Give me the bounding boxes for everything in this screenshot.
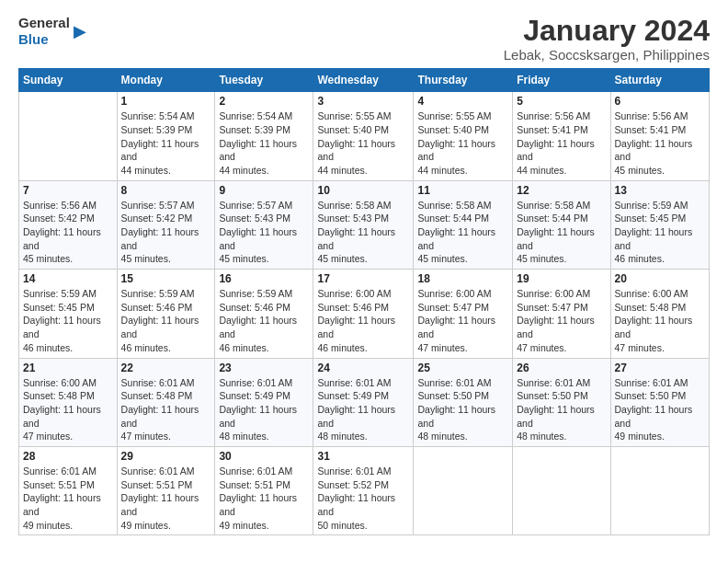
calendar-cell: 19Sunrise: 6:00 AMSunset: 5:47 PMDayligh… [513, 270, 610, 358]
day-info: Sunrise: 6:01 AMSunset: 5:51 PMDaylight:… [219, 465, 309, 532]
day-info: Sunrise: 6:01 AMSunset: 5:49 PMDaylight:… [317, 376, 409, 443]
day-number: 1 [121, 95, 211, 108]
day-info: Sunrise: 6:00 AMSunset: 5:46 PMDaylight:… [317, 287, 409, 354]
day-info: Sunrise: 5:57 AMSunset: 5:43 PMDaylight:… [219, 199, 309, 266]
calendar-cell: 4Sunrise: 5:55 AMSunset: 5:40 PMDaylight… [414, 92, 513, 180]
calendar-cell: 9Sunrise: 5:57 AMSunset: 5:43 PMDaylight… [215, 180, 313, 269]
calendar-cell: 2Sunrise: 5:54 AMSunset: 5:39 PMDaylight… [215, 92, 313, 180]
day-info: Sunrise: 6:01 AMSunset: 5:49 PMDaylight:… [219, 376, 309, 443]
calendar-week-4: 21Sunrise: 6:00 AMSunset: 5:48 PMDayligh… [19, 358, 710, 446]
day-info: Sunrise: 6:01 AMSunset: 5:50 PMDaylight:… [517, 376, 606, 443]
title-section: January 2024 Lebak, Soccsksargen, Philip… [504, 15, 710, 63]
day-info: Sunrise: 5:57 AMSunset: 5:42 PMDaylight:… [121, 199, 211, 266]
day-number: 21 [23, 362, 113, 374]
calendar-cell: 3Sunrise: 5:55 AMSunset: 5:40 PMDaylight… [313, 92, 414, 180]
day-number: 7 [23, 184, 113, 197]
day-info: Sunrise: 6:00 AMSunset: 5:47 PMDaylight:… [417, 287, 508, 354]
day-info: Sunrise: 5:59 AMSunset: 5:45 PMDaylight:… [615, 199, 705, 266]
day-number: 8 [121, 184, 211, 197]
calendar-cell: 30Sunrise: 6:01 AMSunset: 5:51 PMDayligh… [215, 446, 313, 534]
calendar-cell: 23Sunrise: 6:01 AMSunset: 5:49 PMDayligh… [215, 358, 313, 446]
day-number: 9 [219, 184, 309, 197]
calendar-header-row: SundayMondayTuesdayWednesdayThursdayFrid… [19, 69, 710, 92]
calendar-cell: 11Sunrise: 5:58 AMSunset: 5:44 PMDayligh… [414, 180, 513, 269]
logo-text: General Blue [18, 15, 70, 48]
calendar-cell [414, 446, 513, 534]
day-info: Sunrise: 6:01 AMSunset: 5:51 PMDaylight:… [23, 465, 113, 532]
logo-blue: Blue [18, 31, 49, 47]
day-number: 26 [517, 362, 606, 374]
calendar-week-3: 14Sunrise: 5:59 AMSunset: 5:45 PMDayligh… [19, 270, 710, 358]
calendar-cell: 13Sunrise: 5:59 AMSunset: 5:45 PMDayligh… [610, 180, 709, 269]
header-saturday: Saturday [610, 69, 709, 92]
day-info: Sunrise: 6:01 AMSunset: 5:50 PMDaylight:… [615, 376, 705, 443]
day-number: 3 [317, 95, 409, 108]
page-title: January 2024 [504, 15, 710, 47]
bird-icon: ▶ [74, 21, 86, 41]
calendar-cell: 14Sunrise: 5:59 AMSunset: 5:45 PMDayligh… [19, 270, 118, 358]
calendar-cell: 29Sunrise: 6:01 AMSunset: 5:51 PMDayligh… [117, 446, 215, 534]
calendar-cell: 17Sunrise: 6:00 AMSunset: 5:46 PMDayligh… [313, 270, 414, 358]
day-info: Sunrise: 5:55 AMSunset: 5:40 PMDaylight:… [417, 109, 508, 177]
calendar-cell: 26Sunrise: 6:01 AMSunset: 5:50 PMDayligh… [513, 358, 610, 446]
calendar-cell: 24Sunrise: 6:01 AMSunset: 5:49 PMDayligh… [313, 358, 414, 446]
day-info: Sunrise: 5:55 AMSunset: 5:40 PMDaylight:… [317, 109, 409, 177]
calendar-cell: 31Sunrise: 6:01 AMSunset: 5:52 PMDayligh… [313, 446, 414, 534]
day-number: 18 [417, 272, 508, 285]
calendar-cell: 5Sunrise: 5:56 AMSunset: 5:41 PMDaylight… [513, 92, 610, 180]
day-info: Sunrise: 5:56 AMSunset: 5:42 PMDaylight:… [23, 199, 113, 266]
day-info: Sunrise: 5:58 AMSunset: 5:44 PMDaylight:… [417, 199, 508, 266]
day-number: 5 [517, 95, 606, 108]
day-number: 17 [317, 272, 409, 285]
day-number: 31 [317, 450, 409, 463]
calendar-cell: 25Sunrise: 6:01 AMSunset: 5:50 PMDayligh… [414, 358, 513, 446]
day-number: 10 [317, 184, 409, 197]
calendar-table: SundayMondayTuesdayWednesdayThursdayFrid… [18, 68, 710, 535]
calendar-cell: 7Sunrise: 5:56 AMSunset: 5:42 PMDaylight… [19, 180, 118, 269]
header-monday: Monday [117, 69, 215, 92]
logo-general: General [18, 15, 70, 30]
calendar-cell: 28Sunrise: 6:01 AMSunset: 5:51 PMDayligh… [19, 446, 118, 534]
calendar-cell: 21Sunrise: 6:00 AMSunset: 5:48 PMDayligh… [19, 358, 118, 446]
day-number: 16 [219, 272, 309, 285]
day-number: 14 [23, 272, 113, 285]
calendar-cell: 12Sunrise: 5:58 AMSunset: 5:44 PMDayligh… [513, 180, 610, 269]
day-number: 12 [517, 184, 606, 197]
day-info: Sunrise: 5:59 AMSunset: 5:45 PMDaylight:… [23, 287, 113, 354]
day-number: 24 [317, 362, 409, 374]
day-info: Sunrise: 5:54 AMSunset: 5:39 PMDaylight:… [121, 109, 211, 177]
calendar-cell: 1Sunrise: 5:54 AMSunset: 5:39 PMDaylight… [117, 92, 215, 180]
calendar-cell: 8Sunrise: 5:57 AMSunset: 5:42 PMDaylight… [117, 180, 215, 269]
day-info: Sunrise: 6:01 AMSunset: 5:51 PMDaylight:… [121, 465, 211, 532]
day-number: 27 [615, 362, 705, 374]
day-number: 25 [417, 362, 508, 374]
calendar-cell: 10Sunrise: 5:58 AMSunset: 5:43 PMDayligh… [313, 180, 414, 269]
day-number: 19 [517, 272, 606, 285]
day-number: 22 [121, 362, 211, 374]
day-info: Sunrise: 6:01 AMSunset: 5:52 PMDaylight:… [317, 465, 409, 532]
day-number: 2 [219, 95, 309, 108]
day-number: 13 [615, 184, 705, 197]
location-subtitle: Lebak, Soccsksargen, Philippines [504, 47, 710, 63]
day-info: Sunrise: 5:58 AMSunset: 5:44 PMDaylight:… [517, 199, 606, 266]
calendar-cell: 16Sunrise: 5:59 AMSunset: 5:46 PMDayligh… [215, 270, 313, 358]
header-thursday: Thursday [414, 69, 513, 92]
day-info: Sunrise: 5:59 AMSunset: 5:46 PMDaylight:… [219, 287, 309, 354]
day-info: Sunrise: 5:56 AMSunset: 5:41 PMDaylight:… [517, 109, 606, 177]
day-number: 28 [23, 450, 113, 463]
day-number: 6 [615, 95, 705, 108]
header-sunday: Sunday [19, 69, 118, 92]
calendar-week-1: 1Sunrise: 5:54 AMSunset: 5:39 PMDaylight… [19, 92, 710, 180]
day-number: 20 [615, 272, 705, 285]
logo: General Blue ▶ [18, 15, 86, 48]
calendar-cell [19, 92, 118, 180]
calendar-cell: 27Sunrise: 6:01 AMSunset: 5:50 PMDayligh… [610, 358, 709, 446]
day-number: 23 [219, 362, 309, 374]
day-info: Sunrise: 6:01 AMSunset: 5:50 PMDaylight:… [417, 376, 508, 443]
day-number: 11 [417, 184, 508, 197]
calendar-week-2: 7Sunrise: 5:56 AMSunset: 5:42 PMDaylight… [19, 180, 710, 269]
day-number: 29 [121, 450, 211, 463]
calendar-cell: 6Sunrise: 5:56 AMSunset: 5:41 PMDaylight… [610, 92, 709, 180]
calendar-cell: 15Sunrise: 5:59 AMSunset: 5:46 PMDayligh… [117, 270, 215, 358]
calendar-page: General Blue ▶ January 2024 Lebak, Soccs… [0, 0, 728, 563]
